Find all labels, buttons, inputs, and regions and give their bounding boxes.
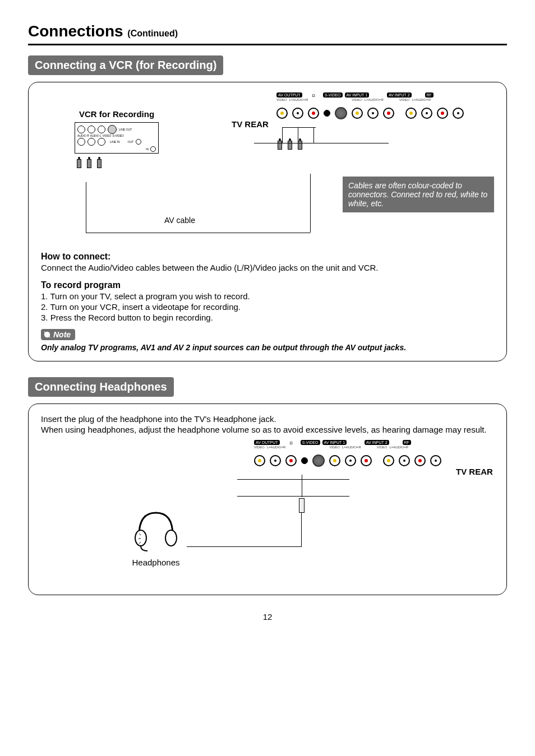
page-title: Connections (Continued) (28, 22, 507, 40)
jack-row (276, 107, 501, 119)
jack-svideo (335, 107, 347, 119)
laudior-sub3: L=AUDIO=R (412, 98, 431, 101)
video-sub2: VIDEO (329, 446, 340, 449)
line (237, 479, 349, 480)
plug-icon (77, 157, 81, 168)
av-input2-pill: AV INPUT 2 (387, 92, 411, 98)
jack-headphone (324, 110, 330, 117)
vcr-jack (77, 138, 85, 146)
in-label: IN (146, 148, 149, 151)
jack-audio-l-out (270, 455, 281, 466)
jack-headphone (301, 457, 308, 464)
tv-rear-label-hp: TV REAR (456, 467, 493, 476)
av-input2-pill: AV INPUT 2 (365, 440, 389, 445)
hp-text2: When using headphones, adjust the headph… (41, 425, 494, 434)
video-sub: VIDEO (254, 446, 265, 449)
tv-rear-panel-hp: AV OUTPUT Ω S-VIDEO AV INPUT 1 AV INPUT … (254, 440, 441, 467)
av-output-pill: AV OUTPUT (276, 92, 302, 98)
svideo-pill: S-VIDEO (323, 92, 343, 98)
howto-title: How to connect: (41, 252, 494, 262)
jack-video-in2 (405, 108, 417, 119)
vcr-jack (87, 138, 95, 146)
line (310, 174, 311, 233)
laudior-sub: L=AUDIO=R (289, 98, 308, 101)
panel-labels-sub-hp: VIDEO L=AUDIO=R VIDEO L=AUDIO=R VIDEO L=… (254, 446, 441, 449)
vcr-jack (77, 126, 85, 133)
info-box: Cables are often colour-coded to connect… (343, 177, 494, 212)
title-main: Connections (28, 22, 123, 40)
hp-symbol: Ω (290, 441, 293, 445)
jack-audio-r-out (285, 455, 297, 466)
svg-point-0 (135, 530, 146, 546)
jack-audio-l-in1 (367, 108, 379, 119)
plug-icon (288, 138, 292, 150)
jack-video-in1 (352, 108, 363, 119)
step2: 2. Turn on your VCR, insert a videotape … (41, 302, 494, 312)
vcr-jack-small (150, 146, 156, 152)
page-number: 12 (28, 612, 507, 622)
line-out-label: LINE OUT (119, 128, 132, 131)
jack-audio-l-in1 (345, 455, 356, 466)
svideo-pill: S-VIDEO (301, 440, 320, 445)
plug-icon (97, 157, 102, 168)
note-badge-label: Note (53, 330, 71, 339)
title-rule (28, 44, 507, 45)
line (187, 546, 302, 547)
video-sub3: VIDEO (377, 446, 388, 449)
av-output-pill: AV OUTPUT (254, 440, 280, 445)
jack-audio-r-in1 (361, 455, 372, 466)
laudior-sub2: L=AUDIO=R (342, 446, 361, 449)
line (313, 127, 314, 143)
hp-symbol: Ω (312, 94, 315, 98)
jack-audio-l-out (292, 108, 303, 119)
plug-icon (298, 138, 302, 150)
line (282, 127, 316, 128)
jack-audio-r-in1 (383, 108, 394, 119)
video-label: VIDEO (103, 134, 112, 137)
vcr-svideo-out (108, 125, 117, 134)
vcr-line-in-row: LINE IN OUT (77, 138, 156, 146)
tv-rear-label: TV REAR (232, 119, 269, 129)
jack-audio-r-in2 (437, 108, 448, 119)
jack-audio-l-in2 (421, 108, 432, 119)
laudior-sub: L=AUDIO=R (267, 446, 286, 449)
jack-audio-r-out (308, 108, 319, 119)
line-in-label: LINE IN (110, 141, 120, 143)
line (254, 143, 389, 143)
headphone-diagram: AV OUTPUT Ω S-VIDEO AV INPUT 1 AV INPUT … (41, 440, 494, 586)
hp-text1: Insert the plug of the headphone into th… (41, 414, 494, 424)
laudior-sub2: L=AUDIO=R (365, 98, 384, 101)
step1: 1. Turn on your TV, select a program you… (41, 291, 494, 301)
vcr-sub-labels: AUDIO R AUDIO L VIDEO S-VIDEO (77, 134, 156, 137)
record-title: To record program (41, 280, 494, 290)
jack-video-in1 (329, 455, 340, 466)
line (86, 233, 310, 233)
jack-row-hp (254, 454, 441, 467)
jack-video-out (254, 455, 265, 466)
av-input1-pill: AV INPUT 1 (322, 440, 347, 445)
vcr-diagram: VCR for Recording LINE OUT AUDIO R AUDIO… (41, 92, 494, 249)
jack-audio-r-in2 (414, 455, 426, 466)
title-continued: (Continued) (127, 29, 178, 38)
section-box-headphones: Insert the plug of the headphone into th… (28, 403, 507, 595)
vcr-jack (87, 126, 95, 133)
av-cable-label: AV cable (164, 216, 195, 225)
audio-l-label: AUDIO L (90, 134, 102, 137)
line (298, 127, 298, 143)
headphones-icon (131, 507, 181, 552)
line (86, 182, 86, 233)
rf-pill: RF (425, 92, 433, 98)
laudior-sub3: L=AUDIO=R (389, 446, 408, 449)
jack-video-in2 (383, 455, 394, 466)
note-icon (43, 331, 51, 338)
plug-body (299, 498, 305, 513)
panel-labels-sub: VIDEO L=AUDIO=R VIDEO L=AUDIO=R VIDEO L=… (276, 98, 501, 101)
step3: 3. Press the Record button to begin reco… (41, 313, 494, 322)
vcr-jack (98, 126, 105, 133)
vcr-line-out-row: LINE OUT (77, 125, 156, 134)
vcr-rect: LINE OUT AUDIO R AUDIO L VIDEO S-VIDEO L… (75, 122, 159, 154)
svideo-label: S-VIDEO (112, 134, 124, 137)
headphones-block: Headphones (131, 507, 181, 567)
headphones-label: Headphones (131, 558, 181, 567)
svg-point-1 (165, 530, 177, 546)
